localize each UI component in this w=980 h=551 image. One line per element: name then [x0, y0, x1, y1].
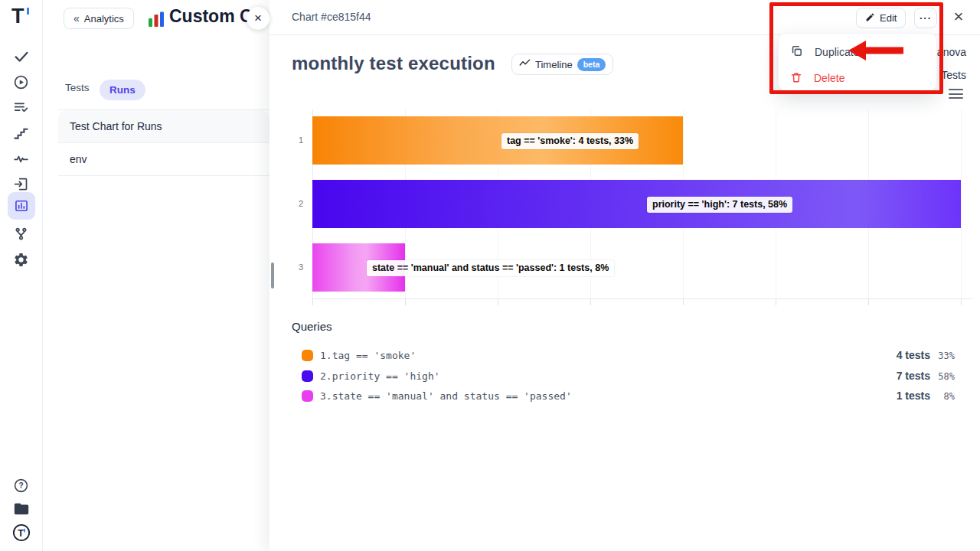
sidebar-rail: T ?	[0, 0, 43, 551]
axis-tick	[776, 298, 776, 305]
category-label-3: 3	[288, 262, 303, 272]
chart-title: monthly test execution	[292, 53, 495, 74]
account-logo-icon[interactable]: T	[12, 523, 31, 542]
edit-button[interactable]: Edit	[856, 8, 906, 28]
query-tests-count: 1 tests	[897, 390, 930, 402]
app-root: T ?	[0, 0, 980, 551]
queries-section-title: Queries	[292, 320, 332, 333]
settings-gear-icon[interactable]	[12, 250, 31, 269]
page-title: Custom C	[169, 6, 253, 27]
partial-text-anova: anova	[937, 46, 966, 58]
help-question-icon[interactable]: ?	[12, 476, 31, 494]
timeline-label: Timeline	[535, 59, 573, 70]
x-axis-line	[312, 298, 972, 299]
query-text: 2.priority == 'high'	[320, 370, 440, 382]
partial-text-tests: Tests	[941, 69, 966, 81]
delete-label: Delete	[814, 72, 844, 84]
collapse-chevrons-icon: «	[74, 12, 80, 24]
query-percentage: 33%	[938, 350, 955, 361]
query-swatch-orange	[302, 350, 313, 361]
query-swatch-magenta	[302, 390, 313, 402]
axis-tick	[961, 298, 962, 305]
bar-priority-high[interactable]	[312, 180, 961, 228]
back-button-label: Analytics	[84, 13, 124, 24]
axis-tick	[405, 298, 406, 305]
query-percentage: 58%	[938, 371, 955, 382]
close-icon[interactable]: ×	[948, 6, 969, 28]
axis-tick	[312, 298, 313, 305]
axis-tick	[683, 298, 684, 305]
query-text: 3.state == 'manual' and status == 'passe…	[320, 390, 572, 402]
query-row: 1.tag == 'smoke' 4 tests 33%	[0, 349, 980, 363]
duplicate-label: Duplicate	[815, 46, 859, 58]
menu-item-delete[interactable]: Delete	[779, 67, 938, 90]
import-icon[interactable]	[12, 174, 31, 193]
tab-tests[interactable]: Tests	[65, 82, 90, 93]
analytics-bars-icon[interactable]	[8, 192, 35, 220]
svg-text:?: ?	[18, 481, 23, 490]
bar-label-manual-passed: state == 'manual' and status == 'passed'…	[367, 260, 614, 276]
svg-text:T: T	[18, 528, 24, 539]
menu-item-duplicate[interactable]: Duplicate	[779, 41, 938, 64]
list-item-test-chart-for-runs[interactable]: Test Chart for Runs	[58, 110, 270, 143]
query-row: 3.state == 'manual' and status == 'passe…	[0, 390, 980, 403]
gridline	[961, 109, 962, 298]
stairs-icon[interactable]	[12, 124, 31, 142]
query-row: 2.priority == 'high' 7 tests 58%	[0, 370, 980, 383]
query-swatch-purple	[302, 370, 313, 382]
drawer-header-title: Chart #ce815f44	[292, 11, 371, 23]
edit-button-label: Edit	[880, 12, 897, 24]
pencil-icon	[865, 12, 875, 24]
query-percentage: 8%	[944, 391, 955, 402]
more-options-button[interactable]: ···	[914, 8, 937, 28]
bar-chart-emoji-icon	[147, 10, 165, 31]
axis-tick	[498, 298, 498, 305]
trend-line-icon	[519, 58, 531, 70]
scrollbar-thumb[interactable]	[271, 262, 274, 289]
query-tests-count: 7 tests	[897, 370, 930, 382]
beta-badge: beta	[577, 58, 606, 71]
trash-icon	[790, 71, 802, 86]
projects-folder-icon[interactable]	[12, 500, 31, 518]
list-item-env[interactable]: env	[58, 143, 270, 176]
query-tests-count: 4 tests	[897, 349, 930, 361]
runs-play-icon[interactable]	[12, 73, 31, 91]
tab-runs[interactable]: Runs	[100, 80, 145, 100]
branches-icon[interactable]	[12, 224, 31, 243]
axis-tick	[868, 298, 869, 305]
pulse-icon[interactable]	[12, 149, 31, 168]
timeline-toggle-button[interactable]: Timeline beta	[511, 54, 613, 75]
query-text: 1.tag == 'smoke'	[320, 350, 416, 361]
bar-label-priority: priority == 'high': 7 tests, 58%	[647, 197, 792, 213]
logo-accent	[27, 8, 29, 15]
category-label-2: 2	[288, 199, 303, 208]
back-to-analytics-button[interactable]: « Analytics	[64, 8, 134, 29]
app-logo[interactable]: T	[11, 5, 24, 28]
context-menu: Duplicate Delete	[778, 33, 937, 91]
plans-list-check-icon[interactable]	[12, 98, 31, 116]
tests-check-icon[interactable]	[12, 47, 31, 66]
category-label-1: 1	[288, 135, 303, 145]
copy-icon	[790, 44, 803, 60]
bar-label-smoke: tag == 'smoke': 4 tests, 33%	[501, 133, 639, 149]
hamburger-menu-icon[interactable]	[949, 89, 963, 99]
drawer-close-button[interactable]: ×	[247, 7, 270, 30]
axis-tick	[590, 298, 591, 305]
